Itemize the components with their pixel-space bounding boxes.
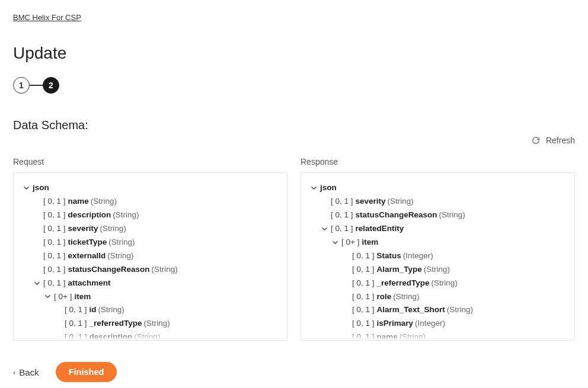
tree-row[interactable]: [ 0, 1 ] isPrimary (Integer) bbox=[307, 317, 568, 331]
step-connector bbox=[30, 85, 43, 86]
chevron-down-icon[interactable] bbox=[33, 281, 41, 286]
section-title: Data Schema: bbox=[13, 118, 575, 132]
tree-row[interactable]: [ 0, 1 ] name (String) bbox=[307, 331, 568, 341]
back-button[interactable]: ‹ Back bbox=[13, 367, 39, 377]
tree-row[interactable]: [ 0, 1 ] description (String) bbox=[20, 331, 281, 341]
field-name: _referredType bbox=[377, 277, 430, 290]
field-type: (String) bbox=[134, 331, 160, 341]
tree-row[interactable]: [ 0, 1 ] description (String) bbox=[20, 209, 281, 222]
field-name: Alarm_Text_Short bbox=[377, 303, 445, 317]
field-name: item bbox=[362, 236, 378, 249]
field-type: (Integer) bbox=[415, 317, 445, 331]
field-cardinality: [ 0, 1 ] bbox=[65, 331, 87, 341]
request-panel: json[ 0, 1 ] name (String)[ 0, 1 ] descr… bbox=[13, 172, 287, 341]
tree-row[interactable]: [ 0, 1 ] attachment bbox=[20, 277, 281, 290]
tree-row[interactable]: [ 0, 1 ] name (String) bbox=[20, 195, 281, 209]
field-type: (String) bbox=[447, 303, 473, 317]
refresh-icon bbox=[532, 136, 540, 145]
tree-row[interactable]: [ 0, 1 ] statusChangeReason (String) bbox=[20, 263, 281, 277]
chevron-down-icon[interactable] bbox=[331, 240, 339, 245]
field-cardinality: [ 0, 1 ] bbox=[352, 331, 375, 341]
tree-row[interactable]: [ 0, 1 ] Alarm_Type (String) bbox=[307, 263, 568, 277]
field-cardinality: [ 0, 1 ] bbox=[352, 249, 375, 263]
field-type: (String) bbox=[91, 195, 117, 209]
field-type: (String) bbox=[424, 263, 450, 277]
field-type: (Integer) bbox=[403, 249, 433, 263]
field-name: ticketType bbox=[68, 236, 107, 249]
tree-row[interactable]: [ 0, 1 ] relatedEntity bbox=[307, 222, 568, 236]
field-name: attachment bbox=[68, 277, 111, 290]
field-name: name bbox=[377, 331, 398, 341]
step-indicator: 1 2 bbox=[13, 77, 575, 94]
field-type: (String) bbox=[113, 209, 139, 222]
chevron-left-icon: ‹ bbox=[13, 368, 15, 377]
tree-row[interactable]: [ 0, 1 ] severity (String) bbox=[20, 222, 281, 236]
step-1[interactable]: 1 bbox=[13, 77, 30, 94]
chevron-down-icon[interactable] bbox=[43, 294, 52, 299]
tree-row[interactable]: [ 0, 1 ] externalId (String) bbox=[20, 249, 281, 263]
tree-row[interactable]: [ 0, 1 ] ticketType (String) bbox=[20, 236, 281, 249]
field-name: statusChangeReason bbox=[68, 263, 150, 277]
field-cardinality: [ 0, 1 ] bbox=[352, 263, 375, 277]
tree-row[interactable]: [ 0+ ] item bbox=[20, 290, 281, 304]
tree-row[interactable]: [ 0, 1 ] _referredType (String) bbox=[307, 277, 568, 290]
field-cardinality: [ 0, 1 ] bbox=[352, 317, 375, 331]
field-name: externalId bbox=[68, 249, 106, 263]
tree-row[interactable]: [ 0, 1 ] Status (Integer) bbox=[307, 249, 568, 263]
tree-row[interactable]: [ 0, 1 ] Alarm_Text_Short (String) bbox=[307, 303, 568, 317]
field-type: (String) bbox=[388, 195, 414, 209]
field-cardinality: [ 0, 1 ] bbox=[43, 277, 66, 290]
tree-row[interactable]: json bbox=[307, 181, 568, 195]
field-name: isPrimary bbox=[377, 317, 414, 331]
request-label: Request bbox=[13, 157, 287, 166]
tree-row[interactable]: [ 0, 1 ] severity (String) bbox=[307, 195, 568, 209]
field-type: (String) bbox=[100, 222, 126, 236]
field-cardinality: [ 0, 1 ] bbox=[331, 209, 353, 222]
tree-row[interactable]: [ 0, 1 ] _referredType (String) bbox=[20, 317, 281, 331]
field-cardinality: [ 0+ ] bbox=[54, 290, 72, 304]
chevron-down-icon[interactable] bbox=[22, 185, 30, 191]
field-name: statusChangeReason bbox=[356, 209, 437, 222]
field-name: id bbox=[90, 303, 97, 317]
field-cardinality: [ 0, 1 ] bbox=[331, 195, 353, 209]
field-type: (String) bbox=[439, 209, 465, 222]
refresh-label: Refresh bbox=[546, 136, 575, 145]
breadcrumb-link[interactable]: BMC Helix For CSP bbox=[13, 13, 81, 22]
field-name: item bbox=[74, 290, 91, 304]
field-type: (String) bbox=[400, 331, 426, 341]
tree-row[interactable]: [ 0, 1 ] id (String) bbox=[20, 303, 281, 317]
field-cardinality: [ 0, 1 ] bbox=[43, 249, 66, 263]
field-name: role bbox=[377, 290, 392, 304]
field-cardinality: [ 0, 1 ] bbox=[65, 317, 87, 331]
field-cardinality: [ 0, 1 ] bbox=[43, 236, 66, 249]
field-name: severity bbox=[356, 195, 386, 209]
tree-row[interactable]: json bbox=[20, 181, 281, 195]
back-label: Back bbox=[19, 367, 39, 377]
finished-button[interactable]: Finished bbox=[56, 362, 117, 382]
field-name: json bbox=[33, 181, 49, 195]
field-type: (String) bbox=[98, 303, 124, 317]
page-title: Update bbox=[13, 44, 575, 63]
footer: ‹ Back Finished bbox=[13, 362, 575, 382]
tree-row[interactable]: [ 0+ ] item bbox=[307, 236, 568, 249]
refresh-button[interactable]: Refresh bbox=[532, 136, 575, 145]
schema-container: Refresh Request json[ 0, 1 ] name (Strin… bbox=[13, 146, 575, 341]
tree-row[interactable]: [ 0, 1 ] statusChangeReason (String) bbox=[307, 209, 568, 222]
field-type: (String) bbox=[393, 290, 419, 304]
field-type: (String) bbox=[152, 263, 178, 277]
field-cardinality: [ 0, 1 ] bbox=[43, 222, 66, 236]
response-column: Response json[ 0, 1 ] severity (String)[… bbox=[301, 146, 575, 341]
field-cardinality: [ 0, 1 ] bbox=[331, 222, 353, 236]
field-cardinality: [ 0, 1 ] bbox=[43, 263, 66, 277]
field-cardinality: [ 0, 1 ] bbox=[352, 290, 375, 304]
step-2[interactable]: 2 bbox=[43, 77, 59, 94]
field-name: Alarm_Type bbox=[377, 263, 422, 277]
field-cardinality: [ 0, 1 ] bbox=[43, 195, 66, 209]
tree-row[interactable]: [ 0, 1 ] role (String) bbox=[307, 290, 568, 304]
field-cardinality: [ 0, 1 ] bbox=[43, 209, 66, 222]
field-name: relatedEntity bbox=[356, 222, 404, 236]
chevron-down-icon[interactable] bbox=[320, 226, 328, 232]
chevron-down-icon[interactable] bbox=[309, 185, 318, 191]
response-panel: json[ 0, 1 ] severity (String)[ 0, 1 ] s… bbox=[301, 172, 575, 341]
field-type: (String) bbox=[107, 249, 133, 263]
